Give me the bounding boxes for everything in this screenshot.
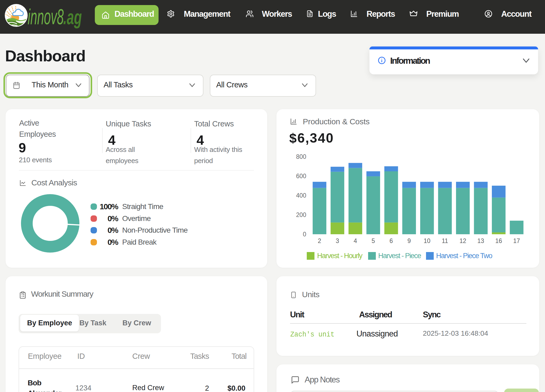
svg-text:2: 2: [318, 237, 321, 244]
svg-text:5: 5: [372, 237, 375, 244]
svg-text:16: 16: [495, 237, 502, 244]
svg-text:11: 11: [442, 237, 448, 244]
svg-text:10: 10: [424, 237, 431, 244]
svg-text:Harvest - Piece Two: Harvest - Piece Two: [436, 252, 492, 260]
svg-text:200: 200: [296, 211, 306, 218]
svg-text:Harvest - Hourly: Harvest - Hourly: [317, 252, 363, 260]
svg-text:9: 9: [407, 237, 411, 244]
svg-text:12: 12: [459, 237, 466, 244]
svg-text:.ag: .ag: [63, 6, 82, 28]
svg-text:400: 400: [296, 192, 306, 199]
svg-text:800: 800: [296, 153, 306, 160]
svg-text:innov8: innov8: [28, 5, 64, 29]
svg-text:3: 3: [336, 237, 339, 244]
svg-text:Harvest - Piece: Harvest - Piece: [378, 252, 421, 260]
svg-text:0: 0: [303, 231, 306, 238]
svg-text:6: 6: [390, 237, 393, 244]
svg-text:13: 13: [477, 237, 484, 244]
svg-text:600: 600: [296, 173, 306, 180]
svg-text:17: 17: [513, 237, 520, 244]
svg-text:4: 4: [354, 237, 357, 244]
